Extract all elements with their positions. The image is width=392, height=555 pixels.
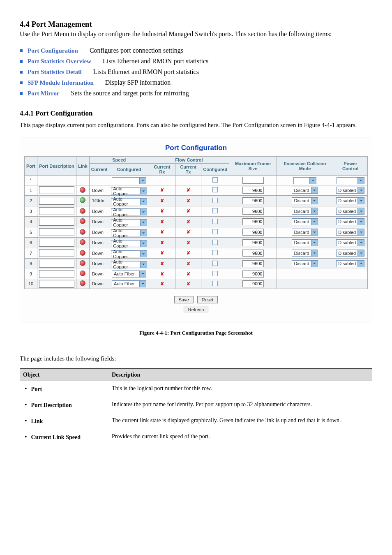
select[interactable]: Discard — [292, 197, 318, 204]
x-icon: ✘ — [160, 208, 164, 213]
nav-link-desc: Sets the source and target ports for mir… — [71, 90, 372, 97]
checkbox[interactable] — [212, 177, 218, 183]
select[interactable]: Disabled — [336, 229, 364, 236]
bullet-icon — [20, 49, 23, 52]
port-desc-input[interactable] — [39, 186, 74, 194]
nav-link[interactable]: Port Mirror — [28, 90, 60, 97]
port-desc-input[interactable] — [39, 239, 74, 247]
port-cell: 3 — [25, 206, 37, 217]
checkbox[interactable] — [212, 261, 218, 266]
chevron-down-icon — [140, 250, 147, 257]
select[interactable]: Auto Copper — [111, 250, 147, 257]
frame-size-input[interactable] — [242, 187, 264, 194]
checkbox[interactable] — [212, 271, 218, 276]
nav-link[interactable]: Port Statistics Detail — [28, 69, 82, 76]
select[interactable]: Disabled — [336, 208, 364, 215]
th-rx: Current Rx — [149, 164, 175, 176]
select[interactable]: Disabled — [336, 250, 364, 257]
port-desc-input[interactable] — [39, 228, 74, 236]
link-status-icon — [80, 187, 85, 193]
th-link: Link — [76, 157, 90, 176]
th-col: Excessive Collision Mode — [277, 157, 333, 176]
port-cell: 8 — [25, 259, 37, 269]
frame-size-input[interactable] — [242, 271, 264, 278]
link-status-icon — [80, 197, 85, 203]
checkbox[interactable] — [212, 208, 218, 213]
select[interactable]: Auto Fiber — [112, 271, 146, 278]
select[interactable] — [337, 177, 364, 184]
table-row: 1 Down Auto Copper ✘ ✘ Discard Disabled — [25, 185, 368, 196]
chevron-down-icon — [357, 250, 364, 257]
frame-size-input[interactable] — [242, 197, 264, 204]
port-desc-input[interactable] — [39, 207, 74, 215]
checkbox[interactable] — [212, 198, 218, 203]
save-button[interactable]: Save — [174, 296, 194, 303]
checkbox[interactable] — [212, 281, 218, 286]
frame-size-input[interactable] — [242, 218, 264, 225]
checkbox[interactable] — [212, 229, 218, 234]
port-desc-input[interactable] — [39, 270, 74, 278]
reset-button[interactable]: Reset — [197, 296, 218, 303]
select[interactable]: Auto Copper — [111, 198, 147, 205]
select[interactable]: Auto Copper — [111, 208, 147, 215]
select[interactable] — [293, 177, 316, 184]
chevron-down-icon — [311, 218, 318, 225]
select[interactable]: Disabled — [336, 239, 364, 246]
select[interactable]: Auto Copper — [111, 261, 147, 268]
checkbox[interactable] — [212, 240, 218, 245]
chevron-down-icon — [140, 219, 147, 226]
checkbox[interactable] — [212, 250, 218, 255]
frame-size-input[interactable] — [242, 229, 264, 236]
curr-speed: Down — [89, 238, 109, 248]
port-desc-input[interactable] — [39, 280, 74, 288]
nav-link[interactable]: SFP Module Information — [28, 79, 94, 86]
select[interactable]: Auto Copper — [111, 229, 147, 236]
select[interactable]: Discard — [292, 208, 318, 215]
select[interactable]: Discard — [292, 239, 318, 246]
frame-size-input[interactable] — [242, 239, 264, 246]
frame-size-input[interactable] — [242, 250, 264, 257]
th-speed: Speed — [89, 157, 149, 164]
nav-link-item: Port Statistics Overview Lists Ethernet … — [20, 58, 372, 65]
x-icon: ✘ — [187, 198, 190, 203]
select[interactable]: Disabled — [336, 260, 364, 267]
x-icon: ✘ — [160, 250, 164, 255]
curr-speed: Down — [89, 259, 109, 269]
x-icon: ✘ — [160, 198, 164, 203]
frame-size-input[interactable] — [242, 280, 264, 287]
nav-link[interactable]: Port Configuration — [28, 47, 78, 54]
port-desc-input[interactable] — [39, 249, 74, 257]
frame-size-input[interactable] — [242, 177, 264, 184]
bullet-icon — [20, 60, 23, 63]
port-desc-input[interactable] — [39, 260, 74, 268]
th-conf: Configured — [109, 164, 149, 176]
select[interactable]: Discard — [292, 229, 318, 236]
select[interactable]: Discard — [292, 218, 318, 225]
select[interactable]: Disabled — [336, 197, 364, 204]
select[interactable]: Auto Copper — [111, 240, 147, 247]
frame-size-input[interactable] — [242, 208, 264, 215]
nav-link[interactable]: Port Statistics Overview — [28, 58, 91, 65]
select[interactable] — [112, 177, 146, 184]
select[interactable]: Disabled — [336, 187, 364, 194]
select[interactable]: Auto Copper — [111, 219, 147, 226]
curr-speed: Down — [89, 269, 109, 279]
chevron-down-icon — [139, 271, 146, 278]
select[interactable]: Auto Fiber — [112, 280, 146, 287]
select[interactable]: Discard — [292, 187, 318, 194]
port-desc-input[interactable] — [39, 197, 74, 205]
checkbox[interactable] — [212, 219, 218, 224]
frame-size-input[interactable] — [242, 260, 264, 267]
select[interactable]: Discard — [292, 260, 318, 267]
checkbox[interactable] — [212, 187, 218, 192]
link-status-icon — [80, 280, 85, 286]
object-name: •Current Link Speed — [20, 429, 108, 445]
select[interactable]: Disabled — [336, 218, 364, 225]
refresh-button[interactable]: Refresh — [184, 306, 209, 313]
port-desc-input[interactable] — [39, 218, 74, 226]
nav-link-desc: Lists Ethernet and RMON port statistics — [103, 58, 372, 65]
chevron-down-icon — [311, 187, 318, 194]
curr-speed: Down — [89, 227, 109, 238]
select[interactable]: Auto Copper — [111, 187, 147, 194]
select[interactable]: Discard — [292, 250, 318, 257]
